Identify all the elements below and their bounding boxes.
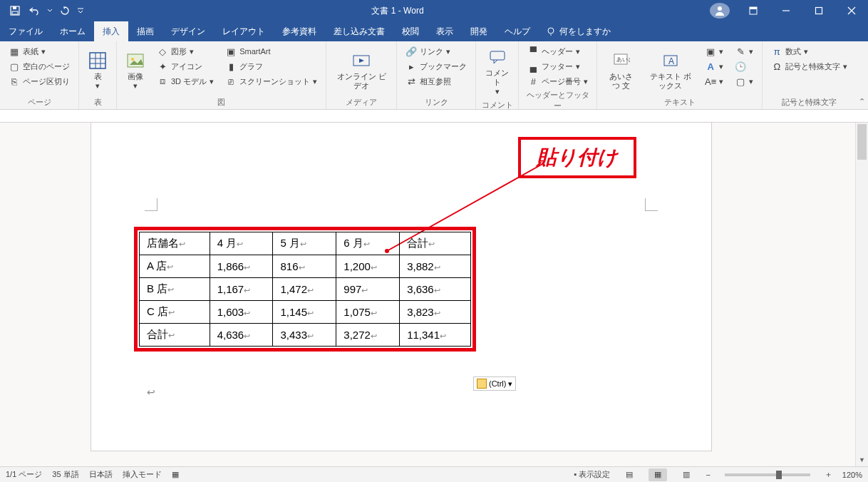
cell[interactable]: 1,603↩ xyxy=(210,301,273,324)
tab-layout[interactable]: レイアウト xyxy=(214,21,274,41)
ribbon-options-button[interactable] xyxy=(737,0,770,21)
tab-file[interactable]: ファイル xyxy=(0,21,51,41)
comment-button[interactable]: コメント▾ xyxy=(480,44,514,98)
cell[interactable]: 3,823↩ xyxy=(400,301,471,324)
blank-page-button[interactable]: ▢空白のページ xyxy=(4,59,74,73)
tab-insert[interactable]: 挿入 xyxy=(94,21,128,41)
cell[interactable]: 3,636↩ xyxy=(400,278,471,301)
cell[interactable]: 合計↩ xyxy=(400,232,471,255)
tab-review[interactable]: 校閲 xyxy=(393,21,428,41)
display-settings[interactable]: ▪ 表示設定 xyxy=(574,469,610,480)
tab-home[interactable]: ホーム xyxy=(51,21,94,41)
cell[interactable]: 4 月↩ xyxy=(210,232,273,255)
greeting-button[interactable]: あいさつあいさつ 文 xyxy=(601,44,640,96)
table-button[interactable]: 表▾ xyxy=(83,44,112,96)
cell[interactable]: B 店↩ xyxy=(140,278,210,301)
cell[interactable]: 11,341↩ xyxy=(400,324,471,347)
tab-view[interactable]: 表示 xyxy=(428,21,462,41)
equation-button[interactable]: π数式 ▾ xyxy=(767,44,852,58)
cell[interactable]: 1,866↩ xyxy=(210,255,273,278)
cell[interactable]: 1,075↩ xyxy=(336,301,400,324)
chart-button[interactable]: ▮グラフ xyxy=(221,59,321,73)
page[interactable]: 貼り付け 店舗名↩ 4 月↩ 5 月↩ 6 月↩ 合計↩ A 店↩ 1,866↩… xyxy=(91,123,711,451)
crossref-button[interactable]: ⇄相互参照 xyxy=(401,74,471,88)
datetime-button[interactable]: 🕒 xyxy=(730,59,758,73)
redo-button[interactable] xyxy=(56,1,74,20)
zoom-slider[interactable] xyxy=(725,473,810,476)
cell[interactable]: 店舗名↩ xyxy=(140,232,210,255)
ruler[interactable] xyxy=(0,110,868,123)
zoom-level[interactable]: 120% xyxy=(842,471,862,479)
cell[interactable]: 3,433↩ xyxy=(273,324,336,347)
tell-me[interactable]: 何をしますか xyxy=(539,21,618,41)
macro-icon[interactable]: ▦ xyxy=(172,470,179,479)
word-count[interactable]: 35 単語 xyxy=(52,469,78,480)
cell[interactable]: 997↩ xyxy=(336,278,400,301)
cell[interactable]: 816↩ xyxy=(273,255,336,278)
symbol-button[interactable]: Ω記号と特殊文字 ▾ xyxy=(767,59,852,73)
undo-dropdown[interactable] xyxy=(46,1,54,20)
wordart-button[interactable]: A▾ xyxy=(701,59,728,73)
save-button[interactable] xyxy=(6,1,24,20)
scroll-thumb[interactable] xyxy=(857,124,867,160)
maximize-button[interactable] xyxy=(802,0,835,21)
collapse-ribbon-button[interactable]: ⌃ xyxy=(856,41,868,109)
language-indicator[interactable]: 日本語 xyxy=(89,469,113,480)
cell[interactable]: 3,272↩ xyxy=(336,324,400,347)
web-layout-button[interactable]: ▥ xyxy=(677,468,696,481)
tab-mailings[interactable]: 差し込み文書 xyxy=(325,21,393,41)
textbox-button[interactable]: Aテキスト ボックス xyxy=(643,44,698,96)
paste-options-button[interactable]: (Ctrl) ▾ xyxy=(473,376,516,391)
signature-button[interactable]: ✎▾ xyxy=(730,44,758,58)
insert-mode[interactable]: 挿入モード xyxy=(123,469,162,480)
cell[interactable]: A 店↩ xyxy=(140,255,210,278)
zoom-thumb[interactable] xyxy=(776,471,782,479)
header-button[interactable]: ▀ヘッダー ▾ xyxy=(523,44,592,58)
footer-button[interactable]: ▄フッター ▾ xyxy=(523,59,592,73)
cell[interactable]: C 店↩ xyxy=(140,301,210,324)
quickparts-button[interactable]: ▣▾ xyxy=(701,44,728,58)
bookmark-button[interactable]: ▸ブックマーク xyxy=(401,59,471,73)
page-break-button[interactable]: ⎘ページ区切り xyxy=(4,74,74,88)
smartart-button[interactable]: ▣SmartArt xyxy=(221,44,321,58)
tab-draw[interactable]: 描画 xyxy=(128,21,162,41)
group-links: 🔗リンク ▾ ▸ブックマーク ⇄相互参照 リンク xyxy=(397,41,476,109)
zoom-out-button[interactable]: − xyxy=(706,471,710,479)
print-layout-button[interactable]: ▦ xyxy=(649,468,667,481)
close-button[interactable] xyxy=(835,0,868,21)
shapes-button[interactable]: ◇図形 ▾ xyxy=(153,44,218,58)
cover-page-button[interactable]: ▦表紙 ▾ xyxy=(4,44,74,58)
screenshot-button[interactable]: ⎚スクリーンショット ▾ xyxy=(221,74,321,88)
undo-button[interactable] xyxy=(26,1,44,20)
cell[interactable]: 3,882↩ xyxy=(400,255,471,278)
vertical-scrollbar[interactable]: ▲ ▼ xyxy=(855,123,868,466)
tab-developer[interactable]: 開発 xyxy=(462,21,496,41)
tab-help[interactable]: ヘルプ xyxy=(496,21,539,41)
cell[interactable]: 5 月↩ xyxy=(273,232,336,255)
object-button[interactable]: ▢▾ xyxy=(730,74,758,88)
user-avatar[interactable] xyxy=(710,3,730,19)
tab-references[interactable]: 参考資料 xyxy=(274,21,325,41)
cell[interactable]: 1,167↩ xyxy=(210,278,273,301)
3dmodel-button[interactable]: ⧈3D モデル ▾ xyxy=(153,74,218,88)
image-button[interactable]: 画像▾ xyxy=(121,44,150,96)
tab-design[interactable]: デザイン xyxy=(162,21,214,41)
cell[interactable]: 合計↩ xyxy=(140,324,210,347)
minimize-button[interactable] xyxy=(770,0,802,21)
data-table[interactable]: 店舗名↩ 4 月↩ 5 月↩ 6 月↩ 合計↩ A 店↩ 1,866↩ 816↩… xyxy=(139,232,471,347)
cell[interactable]: 4,636↩ xyxy=(210,324,273,347)
dropcap-button[interactable]: A≡▾ xyxy=(701,74,728,88)
cell[interactable]: 1,472↩ xyxy=(273,278,336,301)
pagenum-button[interactable]: #ページ番号 ▾ xyxy=(523,74,592,88)
scroll-down-button[interactable]: ▼ xyxy=(856,453,868,466)
zoom-in-button[interactable]: ＋ xyxy=(825,469,832,480)
icons-button[interactable]: ✦アイコン xyxy=(153,59,218,73)
read-mode-button[interactable]: ▤ xyxy=(620,468,639,481)
qat-customize[interactable] xyxy=(76,1,86,20)
cell[interactable]: 1,145↩ xyxy=(273,301,336,324)
cell[interactable]: 6 月↩ xyxy=(336,232,400,255)
online-video-button[interactable]: オンライン ビデオ xyxy=(331,44,392,96)
link-button[interactable]: 🔗リンク ▾ xyxy=(401,44,471,58)
page-indicator[interactable]: 1/1 ページ xyxy=(6,469,42,480)
cell[interactable]: 1,200↩ xyxy=(336,255,400,278)
